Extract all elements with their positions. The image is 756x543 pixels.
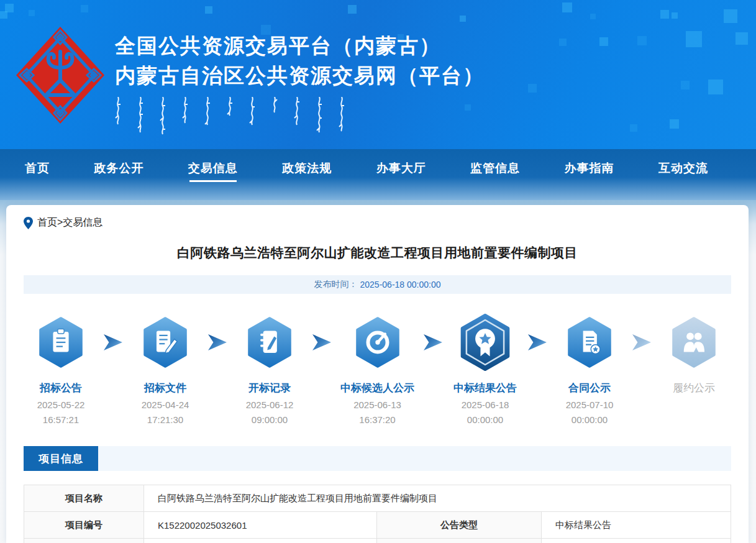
deco-square	[630, 124, 637, 132]
nav-items: 首页 政务公开 交易信息 政策法规 办事大厅 监管信息 办事指南 互动交流	[25, 160, 708, 182]
step-winning-result[interactable]: 中标结果公告 2025-06-18 00:00:00	[452, 314, 519, 425]
nav-item-home[interactable]: 首页	[25, 160, 50, 182]
step-time: 00:00:00	[572, 414, 608, 425]
section-number-label: 公告标段（包）编号	[377, 539, 542, 543]
site-logo[interactable]	[11, 20, 109, 130]
deco-square	[672, 12, 678, 19]
step-tender-announcement[interactable]: 招标公告 2025-05-22 16:57:21	[27, 314, 94, 425]
step-time: 16:37:20	[359, 414, 395, 425]
step-date: 2025-07-10	[566, 399, 614, 410]
step-label: 履约公示	[673, 381, 715, 395]
step-label: 招标文件	[144, 381, 186, 395]
nav-item-supervision[interactable]: 监管信息	[470, 160, 520, 182]
arrow-right-icon	[632, 334, 651, 350]
publish-time-bar: 发布时间： 2025-06-18 00:00:00	[24, 275, 731, 294]
arrow-right-icon	[424, 334, 442, 350]
deco-square	[724, 9, 737, 23]
nav-item-policies[interactable]: 政策法规	[282, 160, 332, 182]
step-time: 09:00:00	[252, 414, 288, 425]
site-titles: 全国公共资源交易平台（内蒙古） 内蒙古自治区公共资源交易网（平台）	[115, 31, 485, 140]
section-number-value: K1522002025032601001001	[542, 539, 731, 543]
deco-square	[637, 36, 647, 45]
step-date: 2025-04-24	[142, 399, 189, 410]
step-date: 2025-06-12	[246, 399, 294, 410]
content-background: 首页>交易信息 白阿铁路乌兰浩特至阿尔山扩能改造工程项目用地前置要件编制项目 发…	[0, 200, 756, 543]
site-title-line1: 全国公共资源交易平台（内蒙古）	[115, 31, 485, 61]
section-header: 项目信息	[24, 446, 731, 471]
deco-square	[205, 6, 212, 14]
deco-square	[660, 10, 669, 19]
project-info-table: 项目名称 白阿铁路乌兰浩特至阿尔山扩能改造工程项目用地前置要件编制项目 项目编号…	[24, 485, 731, 543]
process-timeline: 招标公告 2025-05-22 16:57:21 招标文	[24, 314, 731, 425]
deco-square	[528, 84, 537, 93]
nav-item-trade-info[interactable]: 交易信息	[188, 160, 238, 182]
deco-square	[686, 31, 702, 47]
table-row: 项目名称 白阿铁路乌兰浩特至阿尔山扩能改造工程项目用地前置要件编制项目	[24, 485, 731, 512]
section-count-label: 公告标段（包）数量	[24, 539, 144, 543]
deco-square	[29, 10, 35, 16]
deco-square	[0, 11, 7, 19]
nav-item-service-hall[interactable]: 办事大厅	[376, 160, 426, 182]
page-title: 白阿铁路乌兰浩特至阿尔山扩能改造工程项目用地前置要件编制项目	[24, 244, 731, 262]
deco-square	[708, 80, 723, 94]
people-icon	[671, 317, 717, 368]
page: 全国公共资源交易平台（内蒙古） 内蒙古自治区公共资源交易网（平台） 首页 政务公…	[0, 0, 756, 543]
contract-star-icon	[567, 317, 613, 368]
deco-square	[559, 39, 567, 46]
step-time: 00:00:00	[467, 414, 503, 425]
nav-item-guide[interactable]: 办事指南	[565, 160, 614, 182]
arrow-right-icon	[208, 334, 227, 350]
deco-square	[599, 37, 608, 46]
publish-time-value: 2025-06-18 00:00:00	[360, 280, 441, 290]
section-count-value	[144, 539, 377, 543]
nav-item-interaction[interactable]: 互动交流	[658, 160, 708, 182]
red-diamond-seal-icon	[11, 22, 109, 129]
deco-square	[736, 32, 748, 45]
clipboard-icon	[38, 317, 84, 368]
step-time: 17:21:30	[147, 414, 183, 425]
location-pin-icon	[24, 217, 33, 229]
table-row: 项目编号 K1522002025032601 公告类型 中标结果公告	[24, 512, 731, 539]
medal-star-icon	[459, 314, 511, 371]
site-header: 全国公共资源交易平台（内蒙古） 内蒙古自治区公共资源交易网（平台）	[0, 0, 756, 149]
step-bid-opening-record[interactable]: 开标记录 2025-06-12 09:00:00	[236, 314, 303, 425]
step-winning-candidates[interactable]: 中标候选人公示 2025-06-13 16:37:20	[340, 314, 414, 425]
arrow-right-icon	[312, 334, 331, 350]
step-date: 2025-05-22	[37, 399, 85, 410]
step-performance-publicity: 履约公示	[660, 314, 727, 404]
step-label: 开标记录	[248, 381, 291, 395]
document-edit-icon	[142, 317, 188, 368]
deco-square	[681, 81, 690, 89]
deco-square	[562, 2, 572, 12]
step-label: 中标候选人公示	[340, 381, 414, 395]
project-name-value: 白阿铁路乌兰浩特至阿尔山扩能改造工程项目用地前置要件编制项目	[144, 485, 731, 512]
nav-item-gov-disclosure[interactable]: 政务公开	[94, 160, 143, 182]
announcement-type-value: 中标结果公告	[542, 512, 731, 539]
step-date: 2025-06-13	[353, 399, 401, 410]
announcement-type-label: 公告类型	[377, 512, 542, 539]
step-label: 招标公告	[40, 381, 82, 395]
step-label: 合同公示	[568, 381, 611, 395]
gauge-icon	[355, 317, 401, 368]
step-label: 中标结果公告	[453, 381, 517, 395]
deco-square	[348, 5, 357, 14]
deco-square	[670, 119, 679, 129]
mongolian-script	[115, 97, 485, 140]
content-panel: 首页>交易信息 白阿铁路乌兰浩特至阿尔山扩能改造工程项目用地前置要件编制项目 发…	[6, 205, 749, 543]
deco-square	[81, 5, 88, 12]
site-title-line2: 内蒙古自治区公共资源交易网（平台）	[115, 61, 485, 91]
step-date: 2025-06-18	[462, 399, 509, 410]
project-name-label: 项目名称	[24, 485, 144, 512]
arrow-right-icon	[528, 334, 547, 350]
arrow-right-icon	[104, 334, 122, 350]
step-tender-documents[interactable]: 招标文件 2025-04-24 17:21:30	[132, 314, 199, 425]
section-strip	[98, 446, 731, 471]
table-row: 公告标段（包）数量 公告标段（包）编号 K1522002025032601001…	[24, 539, 731, 543]
step-contract-publicity[interactable]: 合同公示 2025-07-10 00:00:00	[556, 314, 623, 425]
notebook-pencil-icon	[247, 317, 293, 368]
breadcrumb-path[interactable]: 首页>交易信息	[37, 216, 102, 229]
main-nav: 首页 政务公开 交易信息 政策法规 办事大厅 监管信息 办事指南 互动交流	[0, 149, 756, 200]
deco-square	[590, 14, 596, 19]
deco-square	[460, 16, 466, 22]
project-number-label: 项目编号	[24, 512, 144, 539]
